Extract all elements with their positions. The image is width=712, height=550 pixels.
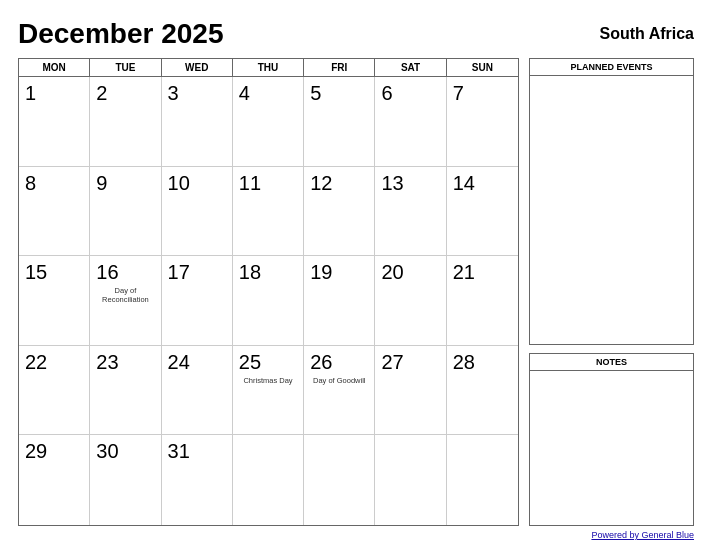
day-number: 8: [25, 171, 36, 195]
day-header-sat: SAT: [375, 59, 446, 76]
day-header-fri: FRI: [304, 59, 375, 76]
day-number: 14: [453, 171, 475, 195]
day-header-wed: WED: [162, 59, 233, 76]
day-number: 31: [168, 439, 190, 463]
calendar-cell: 30: [90, 435, 161, 525]
calendar-cell: 24: [162, 346, 233, 436]
day-number: 19: [310, 260, 332, 284]
calendar-cell: [233, 435, 304, 525]
calendar-cell: 1: [19, 77, 90, 167]
calendar-cell: 26Day of Goodwill: [304, 346, 375, 436]
day-number: 1: [25, 81, 36, 105]
calendar: MON TUE WED THU FRI SAT SUN 123456789101…: [18, 58, 519, 526]
calendar-cell: 13: [375, 167, 446, 257]
notes-box: NOTES: [529, 353, 694, 526]
calendar-cell: 27: [375, 346, 446, 436]
day-number: 3: [168, 81, 179, 105]
calendar-cell: 15: [19, 256, 90, 346]
day-number: 9: [96, 171, 107, 195]
footer: Powered by General Blue: [18, 530, 694, 540]
day-number: 26: [310, 350, 332, 374]
calendar-cell: 8: [19, 167, 90, 257]
calendar-cell: 28: [447, 346, 518, 436]
page-title: December 2025: [18, 18, 223, 50]
calendar-cell: 19: [304, 256, 375, 346]
day-number: 25: [239, 350, 261, 374]
day-number: 5: [310, 81, 321, 105]
calendar-cell: 11: [233, 167, 304, 257]
day-number: 4: [239, 81, 250, 105]
calendar-cell: 29: [19, 435, 90, 525]
day-headers: MON TUE WED THU FRI SAT SUN: [19, 59, 518, 77]
calendar-cell: 4: [233, 77, 304, 167]
notes-content: [530, 371, 693, 525]
planned-events-content: [530, 76, 693, 344]
calendar-cell: 23: [90, 346, 161, 436]
day-number: 21: [453, 260, 475, 284]
page: December 2025 South Africa MON TUE WED T…: [0, 0, 712, 550]
calendar-cell: 9: [90, 167, 161, 257]
calendar-cell: 20: [375, 256, 446, 346]
calendar-cell: 16Day of Reconciliation: [90, 256, 161, 346]
planned-events-box: PLANNED EVENTS: [529, 58, 694, 345]
day-number: 11: [239, 171, 261, 195]
calendar-cell: 7: [447, 77, 518, 167]
country-label: South Africa: [599, 25, 694, 43]
day-number: 6: [381, 81, 392, 105]
calendar-cell: 25Christmas Day: [233, 346, 304, 436]
calendar-cell: 12: [304, 167, 375, 257]
day-header-mon: MON: [19, 59, 90, 76]
day-header-sun: SUN: [447, 59, 518, 76]
calendar-cell: 5: [304, 77, 375, 167]
calendar-cell: [304, 435, 375, 525]
day-number: 30: [96, 439, 118, 463]
event-label: Day of Goodwill: [313, 376, 366, 385]
day-number: 27: [381, 350, 403, 374]
day-header-thu: THU: [233, 59, 304, 76]
calendar-cell: [447, 435, 518, 525]
day-number: 24: [168, 350, 190, 374]
day-header-tue: TUE: [90, 59, 161, 76]
day-number: 12: [310, 171, 332, 195]
day-number: 20: [381, 260, 403, 284]
calendar-cell: 6: [375, 77, 446, 167]
day-number: 16: [96, 260, 118, 284]
calendar-cell: 3: [162, 77, 233, 167]
calendar-cell: 14: [447, 167, 518, 257]
day-number: 23: [96, 350, 118, 374]
calendar-cell: 2: [90, 77, 161, 167]
header: December 2025 South Africa: [18, 18, 694, 50]
calendar-cell: [375, 435, 446, 525]
calendar-cell: 22: [19, 346, 90, 436]
planned-events-title: PLANNED EVENTS: [530, 59, 693, 76]
side-panel: PLANNED EVENTS NOTES: [529, 58, 694, 526]
day-number: 17: [168, 260, 190, 284]
day-number: 13: [381, 171, 403, 195]
powered-by-link[interactable]: Powered by General Blue: [591, 530, 694, 540]
day-number: 18: [239, 260, 261, 284]
calendar-cell: 31: [162, 435, 233, 525]
day-number: 22: [25, 350, 47, 374]
day-number: 7: [453, 81, 464, 105]
day-number: 28: [453, 350, 475, 374]
calendar-cell: 10: [162, 167, 233, 257]
calendar-grid: 12345678910111213141516Day of Reconcilia…: [19, 77, 518, 525]
calendar-cell: 18: [233, 256, 304, 346]
calendar-cell: 21: [447, 256, 518, 346]
day-number: 2: [96, 81, 107, 105]
calendar-cell: 17: [162, 256, 233, 346]
notes-title: NOTES: [530, 354, 693, 371]
day-number: 10: [168, 171, 190, 195]
main-area: MON TUE WED THU FRI SAT SUN 123456789101…: [18, 58, 694, 526]
day-number: 29: [25, 439, 47, 463]
day-number: 15: [25, 260, 47, 284]
event-label: Christmas Day: [243, 376, 292, 385]
event-label: Day of Reconciliation: [96, 286, 154, 304]
